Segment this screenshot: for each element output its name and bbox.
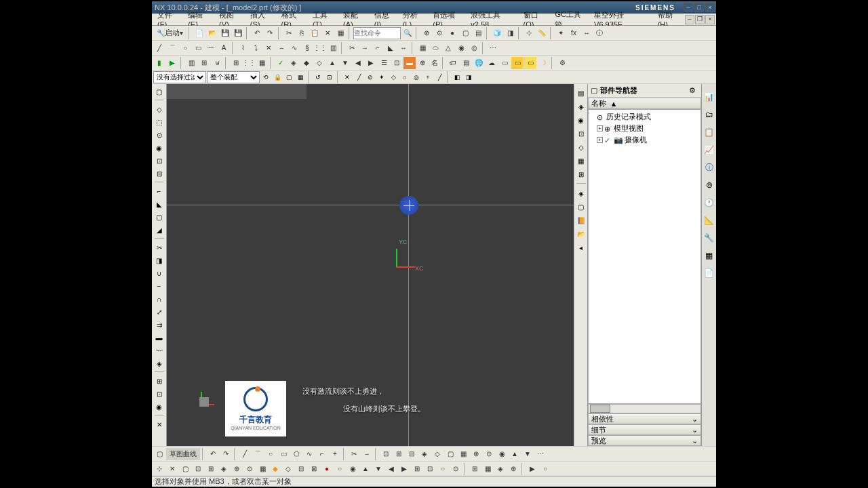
snap-ctr-icon[interactable]: ✦ (376, 72, 387, 83)
snap-int-icon[interactable]: ○ (399, 72, 410, 83)
res-tab2[interactable]: 🗂 (703, 107, 715, 122)
sel-btn5[interactable]: ↺ (313, 72, 323, 83)
split-body-icon[interactable]: ◨ (153, 254, 165, 266)
bt1-tab[interactable]: 草图曲线 (166, 448, 200, 460)
bt2-6[interactable]: ◈ (218, 463, 230, 475)
analyze5-icon[interactable]: ▼ (339, 57, 351, 69)
bt1-cross[interactable]: + (329, 448, 341, 460)
bt2-11[interactable]: ◇ (282, 463, 294, 475)
bt1-h[interactable]: ⊕ (470, 448, 482, 460)
save-all-button[interactable]: 💾 (232, 27, 244, 39)
sketch-tool-icon[interactable]: ▢ (153, 85, 165, 98)
view-zoom-button[interactable]: ⊙ (433, 27, 446, 39)
sphere-icon[interactable]: ◉ (455, 42, 467, 54)
sel-last1[interactable]: ◧ (452, 72, 462, 83)
analyze6-icon[interactable]: ◀ (352, 57, 364, 69)
fillet-icon[interactable]: ⌐ (372, 42, 384, 54)
draft-icon[interactable]: ◢ (153, 224, 165, 236)
analyze2-icon[interactable]: ◆ (300, 57, 313, 69)
start-button[interactable]: 🔧启动▾ (153, 27, 186, 39)
helix-icon[interactable]: § (301, 42, 313, 54)
window-icon[interactable]: ▭ (498, 57, 511, 69)
bt1-trim[interactable]: ✂ (348, 448, 360, 460)
vr-btn11[interactable]: 📂 (576, 228, 587, 240)
analyze1-icon[interactable]: ◈ (288, 57, 300, 69)
mdi-restore[interactable]: ❐ (695, 15, 705, 24)
analyze7-icon[interactable]: ▶ (365, 57, 377, 69)
bt2-10[interactable]: ◆ (269, 463, 281, 475)
active-mode-icon[interactable]: ▬ (403, 57, 416, 69)
intersect-icon[interactable]: ∩ (153, 293, 165, 305)
snap-quad-icon[interactable]: ◇ (388, 72, 399, 83)
bt2-24[interactable]: ⊙ (450, 463, 462, 475)
flag-icon[interactable]: ▤ (460, 57, 472, 69)
shell-icon[interactable]: ▢ (153, 211, 165, 223)
bt2-1[interactable]: ⊹ (153, 463, 165, 475)
sel-last2[interactable]: ◨ (463, 72, 474, 83)
sel-btn2[interactable]: 🔒 (272, 72, 283, 83)
vr-btn3[interactable]: ◉ (576, 114, 587, 126)
stretch-icon[interactable]: ↔ (397, 42, 410, 54)
bt1-g[interactable]: ▦ (457, 448, 469, 460)
bt2-21[interactable]: ⊞ (411, 463, 423, 475)
res-tab10[interactable]: ▦ (703, 248, 715, 263)
delete-face-icon[interactable]: ✕ (153, 418, 165, 430)
bt2-12[interactable]: ⊟ (295, 463, 307, 475)
collapse-arrow-icon[interactable]: ◂ (576, 241, 587, 253)
bt1-undo[interactable]: ↶ (207, 448, 219, 460)
res-tab5[interactable]: ⓘ (703, 160, 715, 175)
revolve-icon[interactable]: ⊙ (153, 129, 165, 141)
datum-plane-icon[interactable]: ◇ (153, 103, 165, 115)
bt1-f[interactable]: ▢ (444, 448, 456, 460)
open-button[interactable]: 📂 (206, 27, 218, 39)
navigator-tree[interactable]: ⊙ 历史记录模式 + ⊕ 模型视图 + ✓ 📷 摄像机 (588, 109, 701, 404)
snap-near-icon[interactable]: ╱ (434, 72, 445, 83)
minimize-button[interactable]: – (684, 3, 693, 12)
expander-icon[interactable]: + (597, 125, 603, 131)
view-shade-button[interactable]: ● (446, 27, 458, 39)
blend-icon[interactable]: ⌐ (153, 185, 165, 197)
analyze4-icon[interactable]: ▲ (326, 57, 338, 69)
command-search-input[interactable] (353, 27, 401, 39)
res-tab3[interactable]: 📋 (703, 125, 715, 140)
properties-button[interactable]: ▦ (334, 27, 347, 39)
bt2-14[interactable]: ● (321, 463, 333, 475)
sel-btn4[interactable]: ▦ (295, 72, 306, 83)
tree-node-model-views[interactable]: + ⊕ 模型视图 (590, 123, 699, 134)
extend-icon[interactable]: → (359, 42, 371, 54)
bt1-ext[interactable]: → (361, 448, 373, 460)
cylinder-icon[interactable]: ⬭ (429, 42, 441, 54)
view-wire-button[interactable]: ▢ (459, 27, 471, 39)
snap-cross-icon[interactable]: ✕ (342, 72, 353, 83)
res-tab1[interactable]: 📊 (703, 89, 715, 104)
selection-filter-select[interactable]: 没有选择过滤器 (153, 71, 206, 83)
analyze10-icon[interactable]: ⊕ (416, 57, 429, 69)
delete-button[interactable]: ✕ (321, 27, 334, 39)
bt1-d[interactable]: ◈ (418, 448, 431, 460)
block-icon[interactable]: ▦ (416, 42, 429, 54)
bt1-k[interactable]: ▲ (509, 448, 521, 460)
wcs-triad[interactable]: YC XC (384, 241, 418, 275)
view-orient-button[interactable]: 🧊 (491, 27, 503, 39)
offset-icon[interactable]: ⇉ (153, 319, 165, 331)
view-fit-button[interactable]: ⊕ (420, 27, 433, 39)
moon-icon[interactable]: ☽ (537, 57, 549, 69)
section-dependency[interactable]: 相依性⌄ (588, 413, 701, 424)
view-section-button[interactable]: ◨ (504, 27, 516, 39)
sel-btn1[interactable]: ⟲ (260, 72, 271, 83)
info-button[interactable]: ⓘ (593, 27, 606, 39)
vr-btn4[interactable]: ⊡ (576, 127, 587, 140)
bt1-1[interactable]: ▢ (153, 448, 165, 460)
grid-icon[interactable]: ⊞ (230, 57, 242, 69)
snap-mid-icon[interactable]: ⊘ (365, 72, 376, 83)
vr-btn2[interactable]: ◈ (576, 100, 587, 113)
bt1-a[interactable]: ⊡ (380, 448, 392, 460)
trim-body-icon[interactable]: ✂ (153, 241, 165, 253)
vr-btn9[interactable]: ▢ (576, 201, 587, 213)
bt2-15[interactable]: ○ (334, 463, 346, 475)
array-icon[interactable]: ⋮⋮ (243, 57, 255, 69)
line-icon[interactable]: ╱ (153, 42, 165, 54)
gear-icon[interactable]: ⚙ (689, 86, 698, 96)
measure-button[interactable]: 📏 (536, 27, 548, 39)
navigator-column-header[interactable]: 名称 ▲ (588, 98, 701, 109)
